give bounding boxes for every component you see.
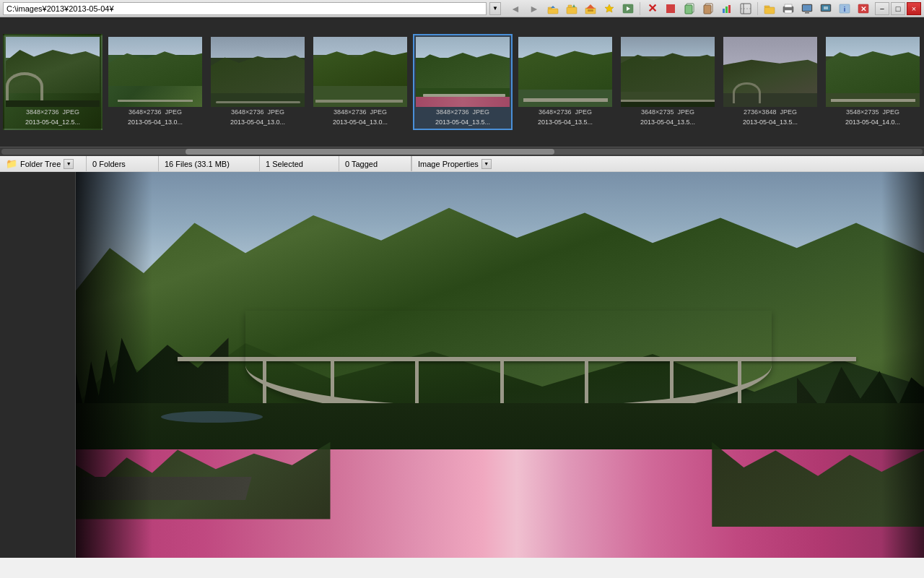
thumbnail-8[interactable]: 2736×3848 JPEG 2013-05-04_13.5... [720, 34, 820, 129]
svg-rect-14 [723, 9, 725, 13]
svg-rect-0 [548, 9, 558, 14]
forward-button[interactable]: ► [526, 1, 543, 17]
home-button[interactable] [582, 1, 599, 17]
svg-text:✕: ✕ [860, 5, 866, 13]
thumb-2-dim: 3648×2736 JPEG [128, 108, 182, 117]
scrollbar-thumb[interactable] [186, 149, 554, 155]
path-bar[interactable]: C:\images¥2013¥2013-05-04¥ [3, 2, 487, 15]
svg-text:i: i [844, 6, 846, 13]
slideshow-button[interactable] [619, 1, 637, 17]
svg-rect-16 [728, 5, 731, 13]
folders-count-section: 0 Folders [87, 156, 159, 171]
thumbnail-4[interactable]: 3848×2736 JPEG 2013-05-04_13.0... [310, 34, 410, 129]
thumb-8-dim: 2736×3848 JPEG [744, 108, 797, 117]
svg-rect-13 [704, 5, 711, 14]
thumb-4-dim: 3848×2736 JPEG [334, 108, 387, 117]
red-square-button[interactable] [662, 1, 679, 17]
scrollbar-track[interactable] [1, 149, 923, 155]
thumbnail-3[interactable]: 3648×2736 JPEG 2013-05-04_13.0... [208, 34, 308, 129]
thumb-6-dim: 3648×2736 JPEG [539, 108, 592, 117]
svg-rect-2 [567, 7, 577, 14]
thumb-6-name: 2013-05-04_13.5... [538, 118, 593, 127]
chart-button[interactable] [718, 1, 736, 17]
tagged-section: 0 Tagged [339, 156, 411, 171]
left-panel [0, 172, 76, 558]
image-properties-dropdown[interactable]: ▼ [481, 159, 492, 169]
svg-rect-26 [803, 5, 811, 11]
svg-rect-5 [588, 9, 593, 12]
folder-tree-dropdown[interactable]: ▼ [64, 159, 74, 169]
statusbar: 📁 Folder Tree ▼ 0 Folders 16 Files (33.1… [0, 156, 924, 172]
image-properties-label: Image Properties [418, 160, 479, 168]
expand-button[interactable] [737, 1, 754, 17]
svg-rect-21 [764, 6, 770, 7]
preview-area [76, 172, 924, 558]
thumb-2-name: 2013-05-04_13.0... [128, 118, 183, 127]
thumb-1-name: 2013-05-04_12.5... [25, 118, 80, 127]
main-content [0, 172, 924, 558]
settings-button[interactable] [817, 1, 834, 17]
delete-button[interactable]: ✕ [643, 1, 661, 17]
thumb-5-dim: 3848×2736 JPEG [436, 108, 489, 117]
bookmarks-button[interactable] [563, 1, 580, 17]
thumbnail-1[interactable]: 3848×2736 JPEG 2013-05-04_12.5... [3, 34, 103, 129]
print-button[interactable] [780, 1, 797, 17]
back-button[interactable]: ◄ [507, 1, 524, 17]
thumbnail-2[interactable]: 3648×2736 JPEG 2013-05-04_13.0... [105, 34, 205, 129]
info-button[interactable]: i [836, 1, 853, 17]
up-folder-button[interactable] [544, 1, 562, 17]
folder-tree-label: Folder Tree [20, 160, 61, 168]
thumbnail-scrollbar[interactable] [0, 147, 924, 156]
thumb-3-name: 2013-05-04_13.0... [230, 118, 285, 127]
tagged-info: 0 Tagged [345, 160, 378, 168]
thumb-4-name: 2013-05-04_13.0... [333, 118, 388, 127]
folders-count: 0 Folders [92, 160, 126, 168]
minimize-button[interactable]: − [875, 2, 889, 15]
thumb-8-name: 2013-05-04_13.5... [743, 118, 798, 127]
svg-rect-17 [741, 4, 751, 14]
svg-rect-11 [685, 5, 692, 14]
sep2 [757, 2, 758, 15]
svg-rect-20 [764, 7, 775, 14]
svg-rect-15 [725, 7, 728, 13]
star-button[interactable] [601, 1, 618, 17]
svg-rect-23 [785, 4, 792, 7]
svg-rect-9 [666, 4, 675, 13]
thumb-9-name: 2013-05-04_14.0... [845, 118, 900, 127]
path-dropdown[interactable]: ▼ [489, 2, 501, 15]
sep1 [640, 2, 640, 15]
svg-rect-24 [785, 10, 792, 13]
thumbnail-9[interactable]: 3548×2735 JPEG 2013-05-04_14.0... [823, 34, 923, 129]
close-button[interactable]: × [907, 2, 921, 15]
monitor-button[interactable] [798, 1, 816, 17]
svg-rect-3 [568, 5, 572, 7]
copy-button[interactable] [681, 1, 698, 17]
thumbnail-6[interactable]: 3648×2736 JPEG 2013-05-04_13.5... [515, 34, 615, 129]
exit-button[interactable]: ✕ [855, 1, 872, 17]
thumbnail-7[interactable]: 3648×2735 JPEG 2013-05-04_13.5... [618, 34, 718, 129]
svg-rect-29 [821, 5, 830, 11]
thumb-3-dim: 3648×2736 JPEG [231, 108, 284, 117]
thumb-7-name: 2013-05-04_13.5... [640, 118, 695, 127]
image-properties-section[interactable]: Image Properties ▼ [411, 156, 924, 171]
move-button[interactable] [699, 1, 717, 17]
selected-info: 1 Selected [266, 160, 303, 168]
files-info: 16 Files (33.1 MB) [165, 160, 230, 168]
thumb-7-dim: 3648×2735 JPEG [641, 108, 694, 117]
titlebar: C:\images¥2013¥2013-05-04¥ ▼ ◄ ► ✕ [0, 0, 924, 17]
open-folder-button[interactable] [761, 1, 778, 17]
maximize-button[interactable]: □ [891, 2, 905, 15]
files-info-section: 16 Files (33.1 MB) [159, 156, 260, 171]
folder-tree-section[interactable]: 📁 Folder Tree ▼ [0, 156, 87, 171]
svg-marker-6 [605, 4, 614, 12]
thumb-9-dim: 3548×2735 JPEG [846, 108, 899, 117]
thumbnail-strip: 3848×2736 JPEG 2013-05-04_12.5... 3648×2… [0, 17, 924, 147]
thumb-5-name: 2013-05-04_13.5... [435, 118, 490, 127]
selected-section: 1 Selected [260, 156, 339, 171]
path-text: C:\images¥2013¥2013-05-04¥ [6, 4, 114, 13]
thumbnail-5[interactable]: 3848×2736 JPEG 2013-05-04_13.5... [413, 34, 513, 129]
svg-rect-27 [805, 12, 809, 14]
thumb-1-dim: 3848×2736 JPEG [26, 108, 79, 117]
